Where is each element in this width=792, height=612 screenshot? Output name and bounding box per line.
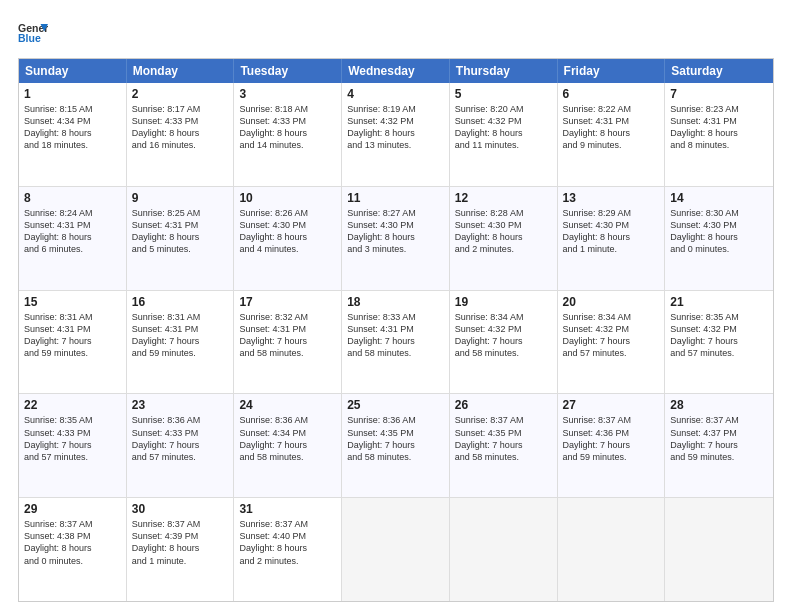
calendar-cell: 3Sunrise: 8:18 AMSunset: 4:33 PMDaylight… — [234, 83, 342, 186]
calendar-cell: 21Sunrise: 8:35 AMSunset: 4:32 PMDayligh… — [665, 291, 773, 394]
cell-text: Sunrise: 8:15 AMSunset: 4:34 PMDaylight:… — [24, 103, 121, 152]
calendar-cell: 29Sunrise: 8:37 AMSunset: 4:38 PMDayligh… — [19, 498, 127, 601]
day-number: 22 — [24, 398, 121, 412]
cell-text: Sunrise: 8:30 AMSunset: 4:30 PMDaylight:… — [670, 207, 768, 256]
cell-text: Sunrise: 8:37 AMSunset: 4:36 PMDaylight:… — [563, 414, 660, 463]
day-number: 19 — [455, 295, 552, 309]
day-number: 11 — [347, 191, 444, 205]
calendar-cell: 22Sunrise: 8:35 AMSunset: 4:33 PMDayligh… — [19, 394, 127, 497]
cell-text: Sunrise: 8:37 AMSunset: 4:35 PMDaylight:… — [455, 414, 552, 463]
logo: General Blue — [18, 18, 48, 48]
day-number: 27 — [563, 398, 660, 412]
weekday-header: Thursday — [450, 59, 558, 83]
calendar-cell — [558, 498, 666, 601]
cell-text: Sunrise: 8:31 AMSunset: 4:31 PMDaylight:… — [132, 311, 229, 360]
cell-text: Sunrise: 8:32 AMSunset: 4:31 PMDaylight:… — [239, 311, 336, 360]
calendar-week-row: 15Sunrise: 8:31 AMSunset: 4:31 PMDayligh… — [19, 290, 773, 394]
calendar-week-row: 1Sunrise: 8:15 AMSunset: 4:34 PMDaylight… — [19, 83, 773, 186]
calendar-cell: 2Sunrise: 8:17 AMSunset: 4:33 PMDaylight… — [127, 83, 235, 186]
day-number: 29 — [24, 502, 121, 516]
cell-text: Sunrise: 8:35 AMSunset: 4:32 PMDaylight:… — [670, 311, 768, 360]
day-number: 25 — [347, 398, 444, 412]
cell-text: Sunrise: 8:17 AMSunset: 4:33 PMDaylight:… — [132, 103, 229, 152]
cell-text: Sunrise: 8:36 AMSunset: 4:33 PMDaylight:… — [132, 414, 229, 463]
weekday-header: Friday — [558, 59, 666, 83]
calendar-header: SundayMondayTuesdayWednesdayThursdayFrid… — [19, 59, 773, 83]
weekday-header: Wednesday — [342, 59, 450, 83]
day-number: 9 — [132, 191, 229, 205]
cell-text: Sunrise: 8:31 AMSunset: 4:31 PMDaylight:… — [24, 311, 121, 360]
day-number: 7 — [670, 87, 768, 101]
cell-text: Sunrise: 8:35 AMSunset: 4:33 PMDaylight:… — [24, 414, 121, 463]
weekday-header: Monday — [127, 59, 235, 83]
day-number: 1 — [24, 87, 121, 101]
day-number: 12 — [455, 191, 552, 205]
calendar-cell: 6Sunrise: 8:22 AMSunset: 4:31 PMDaylight… — [558, 83, 666, 186]
calendar-cell: 11Sunrise: 8:27 AMSunset: 4:30 PMDayligh… — [342, 187, 450, 290]
cell-text: Sunrise: 8:27 AMSunset: 4:30 PMDaylight:… — [347, 207, 444, 256]
day-number: 24 — [239, 398, 336, 412]
cell-text: Sunrise: 8:19 AMSunset: 4:32 PMDaylight:… — [347, 103, 444, 152]
cell-text: Sunrise: 8:37 AMSunset: 4:40 PMDaylight:… — [239, 518, 336, 567]
day-number: 2 — [132, 87, 229, 101]
day-number: 17 — [239, 295, 336, 309]
calendar-cell: 13Sunrise: 8:29 AMSunset: 4:30 PMDayligh… — [558, 187, 666, 290]
calendar-cell: 12Sunrise: 8:28 AMSunset: 4:30 PMDayligh… — [450, 187, 558, 290]
cell-text: Sunrise: 8:22 AMSunset: 4:31 PMDaylight:… — [563, 103, 660, 152]
page: General Blue SundayMondayTuesdayWednesda… — [0, 0, 792, 612]
calendar-cell: 1Sunrise: 8:15 AMSunset: 4:34 PMDaylight… — [19, 83, 127, 186]
cell-text: Sunrise: 8:18 AMSunset: 4:33 PMDaylight:… — [239, 103, 336, 152]
day-number: 18 — [347, 295, 444, 309]
calendar-cell: 17Sunrise: 8:32 AMSunset: 4:31 PMDayligh… — [234, 291, 342, 394]
calendar-cell: 4Sunrise: 8:19 AMSunset: 4:32 PMDaylight… — [342, 83, 450, 186]
calendar-cell: 24Sunrise: 8:36 AMSunset: 4:34 PMDayligh… — [234, 394, 342, 497]
weekday-header: Saturday — [665, 59, 773, 83]
calendar-cell: 14Sunrise: 8:30 AMSunset: 4:30 PMDayligh… — [665, 187, 773, 290]
calendar-cell: 15Sunrise: 8:31 AMSunset: 4:31 PMDayligh… — [19, 291, 127, 394]
logo-icon: General Blue — [18, 18, 48, 48]
cell-text: Sunrise: 8:37 AMSunset: 4:38 PMDaylight:… — [24, 518, 121, 567]
calendar-cell: 31Sunrise: 8:37 AMSunset: 4:40 PMDayligh… — [234, 498, 342, 601]
cell-text: Sunrise: 8:25 AMSunset: 4:31 PMDaylight:… — [132, 207, 229, 256]
day-number: 23 — [132, 398, 229, 412]
day-number: 14 — [670, 191, 768, 205]
calendar-week-row: 22Sunrise: 8:35 AMSunset: 4:33 PMDayligh… — [19, 393, 773, 497]
cell-text: Sunrise: 8:37 AMSunset: 4:37 PMDaylight:… — [670, 414, 768, 463]
calendar-cell — [665, 498, 773, 601]
cell-text: Sunrise: 8:24 AMSunset: 4:31 PMDaylight:… — [24, 207, 121, 256]
cell-text: Sunrise: 8:28 AMSunset: 4:30 PMDaylight:… — [455, 207, 552, 256]
weekday-header: Tuesday — [234, 59, 342, 83]
day-number: 20 — [563, 295, 660, 309]
calendar-body: 1Sunrise: 8:15 AMSunset: 4:34 PMDaylight… — [19, 83, 773, 601]
day-number: 16 — [132, 295, 229, 309]
calendar-cell: 9Sunrise: 8:25 AMSunset: 4:31 PMDaylight… — [127, 187, 235, 290]
day-number: 30 — [132, 502, 229, 516]
calendar-cell: 7Sunrise: 8:23 AMSunset: 4:31 PMDaylight… — [665, 83, 773, 186]
calendar-cell: 19Sunrise: 8:34 AMSunset: 4:32 PMDayligh… — [450, 291, 558, 394]
cell-text: Sunrise: 8:34 AMSunset: 4:32 PMDaylight:… — [563, 311, 660, 360]
day-number: 6 — [563, 87, 660, 101]
header: General Blue — [18, 18, 774, 48]
day-number: 15 — [24, 295, 121, 309]
day-number: 28 — [670, 398, 768, 412]
calendar-cell: 26Sunrise: 8:37 AMSunset: 4:35 PMDayligh… — [450, 394, 558, 497]
cell-text: Sunrise: 8:29 AMSunset: 4:30 PMDaylight:… — [563, 207, 660, 256]
cell-text: Sunrise: 8:36 AMSunset: 4:35 PMDaylight:… — [347, 414, 444, 463]
day-number: 10 — [239, 191, 336, 205]
weekday-header: Sunday — [19, 59, 127, 83]
day-number: 4 — [347, 87, 444, 101]
svg-text:Blue: Blue — [18, 32, 41, 44]
day-number: 21 — [670, 295, 768, 309]
cell-text: Sunrise: 8:34 AMSunset: 4:32 PMDaylight:… — [455, 311, 552, 360]
cell-text: Sunrise: 8:23 AMSunset: 4:31 PMDaylight:… — [670, 103, 768, 152]
day-number: 13 — [563, 191, 660, 205]
calendar-cell — [450, 498, 558, 601]
day-number: 8 — [24, 191, 121, 205]
calendar-cell: 20Sunrise: 8:34 AMSunset: 4:32 PMDayligh… — [558, 291, 666, 394]
calendar: SundayMondayTuesdayWednesdayThursdayFrid… — [18, 58, 774, 602]
calendar-week-row: 29Sunrise: 8:37 AMSunset: 4:38 PMDayligh… — [19, 497, 773, 601]
calendar-cell: 25Sunrise: 8:36 AMSunset: 4:35 PMDayligh… — [342, 394, 450, 497]
day-number: 26 — [455, 398, 552, 412]
day-number: 5 — [455, 87, 552, 101]
calendar-cell: 28Sunrise: 8:37 AMSunset: 4:37 PMDayligh… — [665, 394, 773, 497]
